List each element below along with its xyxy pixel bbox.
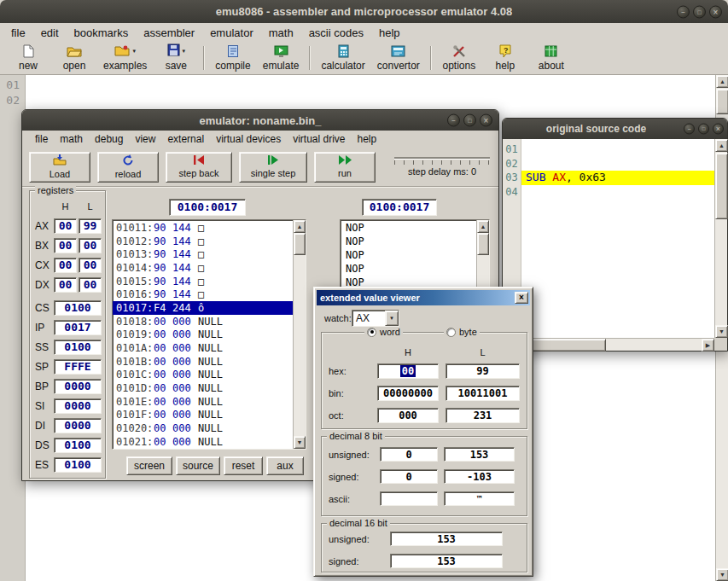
menu-math[interactable]: math xyxy=(261,26,301,39)
menu-math[interactable]: math xyxy=(54,133,89,145)
scrollbar-thumb[interactable] xyxy=(716,89,728,114)
byte-radio[interactable]: byte xyxy=(444,327,480,337)
signed-8bit-l-field[interactable]: -103 xyxy=(444,469,515,484)
radio-unselected-icon[interactable] xyxy=(446,328,456,337)
scroll-down-icon[interactable]: ▼ xyxy=(715,325,728,338)
menu-view[interactable]: view xyxy=(129,133,161,145)
run-button[interactable]: run xyxy=(314,152,376,183)
help-button[interactable]: ? help xyxy=(482,44,528,73)
memory-row[interactable]: 0101F:00000NULL xyxy=(113,409,293,422)
register-bp-field[interactable]: 0000 xyxy=(54,379,102,394)
memory-address-field[interactable]: 0100:0017 xyxy=(169,199,246,216)
oct-h-field[interactable]: 000 xyxy=(377,408,439,423)
source-line[interactable] xyxy=(522,255,714,270)
scrollbar-thumb[interactable] xyxy=(477,233,489,255)
signed-8bit-h-field[interactable]: 0 xyxy=(380,469,438,484)
aux-button[interactable]: aux xyxy=(266,456,304,475)
memory-row[interactable]: 0101A:00000NULL xyxy=(113,341,293,355)
disassembly-row[interactable]: NOP xyxy=(341,248,476,262)
minimize-button[interactable]: − xyxy=(677,5,690,18)
register-di-field[interactable]: 0000 xyxy=(54,418,102,433)
memory-row[interactable]: 01020:00000NULL xyxy=(113,421,293,435)
memory-row[interactable]: 01011:90144□ xyxy=(113,221,293,235)
memory-row[interactable]: 01021:00000NULL xyxy=(113,435,293,449)
signed-16bit-field[interactable]: 153 xyxy=(390,554,503,568)
source-line[interactable] xyxy=(522,213,714,228)
step-back-button[interactable]: step back xyxy=(166,152,232,183)
watch-select[interactable]: AX ▼ xyxy=(352,310,399,327)
load-button[interactable]: Load xyxy=(29,152,90,183)
menu-assembler[interactable]: assembler xyxy=(136,26,202,39)
memory-row[interactable]: 01013:90144□ xyxy=(113,247,293,261)
disassembly-row[interactable]: NOP xyxy=(341,221,476,235)
hex-h-field[interactable]: 00 xyxy=(377,363,439,379)
scroll-right-icon[interactable]: ▶ xyxy=(702,339,714,352)
unsigned-8bit-h-field[interactable]: 0 xyxy=(380,447,438,462)
register-cs-field[interactable]: 0100 xyxy=(54,300,102,316)
menu-file[interactable]: file xyxy=(29,133,54,145)
close-icon[interactable]: × xyxy=(515,292,528,304)
close-button[interactable]: × xyxy=(709,5,722,18)
register-cx-l-field[interactable]: 00 xyxy=(79,258,102,273)
menu-external[interactable]: external xyxy=(161,133,210,145)
new-button[interactable]: new xyxy=(5,44,51,73)
hex-l-field[interactable]: 99 xyxy=(446,363,520,379)
menu-help[interactable]: help xyxy=(352,133,383,145)
memory-row[interactable]: 0101E:00000NULL xyxy=(113,395,293,409)
scroll-down-icon[interactable]: ▼ xyxy=(294,436,306,449)
oct-l-field[interactable]: 231 xyxy=(446,408,520,423)
save-button[interactable]: ▾ save xyxy=(153,44,199,73)
menu-bookmarks[interactable]: bookmarks xyxy=(67,26,137,39)
reload-button[interactable]: reload xyxy=(97,152,159,183)
register-ax-l-field[interactable]: 99 xyxy=(79,218,102,234)
maximize-button[interactable]: □ xyxy=(463,114,476,127)
memory-row[interactable]: 0101B:00000NULL xyxy=(113,355,293,369)
emulate-button[interactable]: emulate xyxy=(257,44,306,73)
disassembly-row[interactable]: NOP xyxy=(341,235,476,248)
minimize-button[interactable]: − xyxy=(447,114,460,127)
chevron-down-icon[interactable]: ▼ xyxy=(385,311,399,326)
disassembly-address-field[interactable]: 0100:0017 xyxy=(362,199,437,216)
register-dx-l-field[interactable]: 00 xyxy=(79,277,102,293)
memory-row[interactable]: 01019:00000NULL xyxy=(113,328,293,342)
ascii-h-field[interactable] xyxy=(380,491,438,506)
dropdown-arrow-icon[interactable]: ▾ xyxy=(132,48,136,55)
minimize-button[interactable]: − xyxy=(684,124,695,135)
bin-h-field[interactable]: 00000000 xyxy=(377,386,439,401)
scroll-up-icon[interactable]: ▲ xyxy=(294,220,306,233)
menu-emulator[interactable]: emulator xyxy=(202,26,261,39)
memory-row[interactable]: 01016:90144□ xyxy=(113,288,293,301)
current-source-line[interactable]: SUB AX, 0x63 xyxy=(521,171,714,185)
maximize-button[interactable]: □ xyxy=(698,124,709,135)
menu-virtual-drive[interactable]: virtual drive xyxy=(287,133,351,145)
source-vertical-scrollbar[interactable]: ▲ ▼ xyxy=(714,139,727,338)
convertor-button[interactable]: convertor xyxy=(371,44,426,73)
memory-row[interactable]: 01015:90144□ xyxy=(113,275,293,288)
menu-ascii-codes[interactable]: ascii codes xyxy=(301,26,371,39)
scroll-down-icon[interactable]: ▼ xyxy=(716,568,728,581)
memory-row-selected[interactable]: 01017:F4244ô xyxy=(113,301,293,315)
memory-row[interactable]: 01014:90144□ xyxy=(113,261,293,275)
register-bx-l-field[interactable]: 00 xyxy=(79,238,102,253)
memory-row[interactable]: 01018:00000NULL xyxy=(113,315,293,328)
unsigned-16bit-field[interactable]: 153 xyxy=(390,532,503,546)
scrollbar-thumb[interactable] xyxy=(294,233,306,255)
memory-scrollbar[interactable]: ▲ ▼ xyxy=(293,220,306,449)
menu-file[interactable]: file xyxy=(3,26,33,39)
open-button[interactable]: open xyxy=(51,44,97,73)
register-sp-field[interactable]: FFFE xyxy=(54,359,102,375)
menu-edit[interactable]: edit xyxy=(33,26,67,39)
register-bx-h-field[interactable]: 00 xyxy=(54,238,77,253)
close-button[interactable]: × xyxy=(480,114,492,127)
options-button[interactable]: options xyxy=(436,44,482,73)
bin-l-field[interactable]: 10011001 xyxy=(446,386,520,401)
register-si-field[interactable]: 0000 xyxy=(54,398,102,414)
memory-list[interactable]: 01011:90144□ 01012:90144□ 01013:90144□ 0… xyxy=(112,219,306,450)
register-es-field[interactable]: 0100 xyxy=(54,457,102,473)
reset-button[interactable]: reset xyxy=(224,456,263,475)
memory-row[interactable]: 0101C:00000NULL xyxy=(113,369,293,382)
single-step-button[interactable]: single step xyxy=(239,152,307,183)
register-ds-field[interactable]: 0100 xyxy=(54,438,102,453)
examples-button[interactable]: ▾ examples xyxy=(97,44,153,73)
dropdown-arrow-icon[interactable]: ▾ xyxy=(183,48,186,55)
